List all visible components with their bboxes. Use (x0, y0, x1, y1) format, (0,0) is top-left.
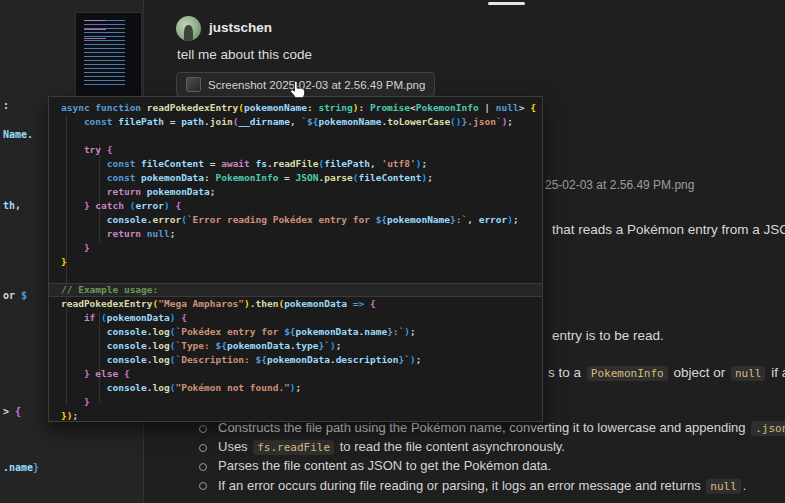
code-token: ; (416, 354, 422, 365)
code-token (61, 130, 67, 141)
code-token: error (479, 214, 508, 225)
code-token: or (3, 290, 21, 301)
code-screenshot-thumbnail (75, 12, 142, 97)
summary-bullet-item: Constructs the file path using the Pokém… (199, 420, 785, 439)
code-token: : (3, 100, 9, 111)
code-token: filePath (324, 158, 370, 169)
inline-code: .json (751, 421, 785, 436)
bullet-icon (199, 425, 207, 433)
bullet-text: Constructs the file path using the Pokém… (218, 420, 785, 435)
code-hover-preview: async function readPokedexEntry(pokemonN… (48, 96, 543, 422)
code-token: console (107, 354, 147, 365)
code-token: th, (3, 200, 21, 211)
summary-list: Constructs the file path using the Pokém… (199, 420, 785, 497)
code-token: console (107, 382, 147, 393)
code-token: console (107, 326, 147, 337)
code-token: string (318, 102, 352, 113)
code-line: } catch (error) { (61, 199, 542, 213)
code-token: await (221, 158, 255, 169)
code-token: :` (456, 214, 467, 225)
code-token: `Error reading Pokédex entry for (187, 214, 376, 225)
code-token: pokemonName (387, 214, 450, 225)
code-token: fileContent (359, 172, 422, 183)
code-token: Promise (370, 102, 410, 113)
code-token: const (84, 116, 118, 127)
text-segment: Uses (218, 439, 251, 454)
code-line: return null; (61, 227, 542, 241)
code-token: = (204, 158, 221, 169)
bullet-text: Parses the file content as JSON to get t… (218, 458, 551, 473)
scrollbar-handle[interactable] (488, 2, 525, 5)
code-line: } (61, 395, 542, 409)
code-token (61, 200, 84, 211)
code-token: { (124, 368, 130, 379)
text-segment: s to a (548, 365, 585, 380)
code-token: JSON (296, 172, 319, 183)
code-token: return (107, 228, 147, 239)
code-line: console.error(`Error reading Pokédex ent… (61, 213, 542, 227)
code-token: log (153, 340, 170, 351)
code-line: const pokemonData: PokemonInfo = JSON.pa… (61, 171, 542, 185)
code-token: : (358, 102, 369, 113)
code-token (61, 382, 107, 393)
code-token: parse (324, 172, 353, 183)
code-token: ; (210, 186, 216, 197)
code-token: fs (256, 158, 267, 169)
code-token: try (84, 144, 107, 155)
code-token: ; (170, 228, 176, 239)
code-token: ; (410, 326, 416, 337)
code-token: log (153, 326, 170, 337)
code-token: then (256, 298, 279, 309)
code-token: { (170, 200, 181, 211)
code-token: readFile (273, 158, 319, 169)
code-token: console (107, 214, 147, 225)
code-token: "Pokémon not found." (175, 382, 289, 393)
code-token: path (181, 116, 204, 127)
code-line: return pokemonData; (61, 185, 542, 199)
code-line: if (pokemonData) { (61, 311, 542, 325)
code-token: ${ (256, 354, 267, 365)
code-token: else (90, 368, 124, 379)
code-token (61, 368, 84, 379)
code-token: pokemonData (107, 312, 170, 323)
text-segment: . (743, 478, 747, 493)
editor-code-fragment: Name. (3, 129, 33, 140)
code-token: ${ (216, 340, 227, 351)
code-token: ; (427, 172, 433, 183)
code-token (61, 270, 67, 281)
code-token: `Description: (175, 354, 255, 365)
code-token: log (153, 382, 170, 393)
code-token: async function (61, 102, 147, 113)
code-line: console.log(`Pokédex entry for ${pokemon… (61, 325, 542, 339)
avatar (176, 16, 201, 41)
code-token: const (107, 172, 141, 183)
code-token: .json` (467, 116, 501, 127)
code-line: try { (61, 143, 542, 157)
code-token: pokemonData (147, 186, 210, 197)
code-token: } (84, 242, 90, 253)
code-token: $ (21, 290, 27, 301)
code-token (61, 242, 84, 253)
code-line: } (61, 241, 542, 255)
code-token: if (84, 312, 101, 323)
response-attachment-filename: 25-02-03 at 2.56.49 PM.png (545, 178, 694, 192)
response-text-fragment: s to a PokemonInfo object or null if an (548, 365, 785, 380)
code-token: log (153, 354, 170, 365)
code-line (61, 269, 542, 283)
code-token: // Example usage: (61, 284, 158, 295)
text-segment: Constructs the file path using the Pokém… (218, 420, 749, 435)
code-line: } else { (61, 367, 542, 381)
text-segment: if an (767, 365, 785, 380)
code-token: { (15, 406, 21, 417)
text-segment: Parses the file content as JSON to get t… (218, 458, 551, 473)
code-token: ${ (376, 214, 387, 225)
bullet-text: If an error occurs during file reading o… (218, 478, 746, 493)
code-token: { (530, 102, 536, 113)
editor-code-fragment: > { (3, 406, 21, 417)
code-token: console (107, 340, 147, 351)
code-token: join (210, 116, 233, 127)
code-line: // Example usage: (49, 283, 542, 297)
code-line: readPokedexEntry("Mega Ampharos").then(p… (61, 297, 542, 311)
code-token (61, 214, 107, 225)
code-token: .name (3, 462, 33, 473)
